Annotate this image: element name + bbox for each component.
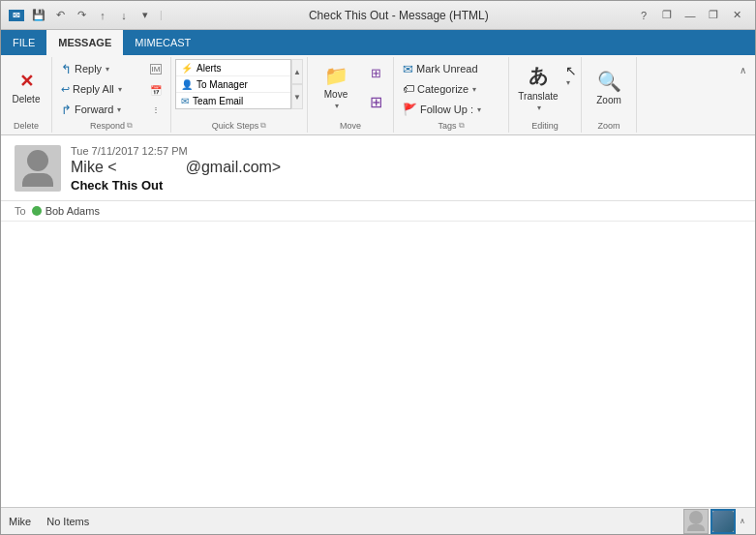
status-expand-icon[interactable]: ∧ [738, 517, 747, 525]
ribbon-tabs: FILE MESSAGE MIMECAST [1, 30, 755, 55]
quick-step-team[interactable]: ✉ Team Email [176, 93, 290, 109]
zoom-button[interactable]: 🔍 Zoom [586, 59, 632, 115]
im-icon: IM [150, 64, 163, 74]
email-body [1, 222, 755, 507]
quick-step-alerts[interactable]: ⚡ Alerts [176, 60, 290, 76]
follow-up-label: Follow Up : [420, 104, 473, 115]
tab-message[interactable]: MESSAGE [46, 30, 123, 55]
quick-steps-group-label: Quick Steps ⧉ [175, 121, 303, 131]
status-right: ∧ [683, 509, 747, 534]
delete-group-content: Delete [5, 59, 47, 119]
more-icon: ⋮ [152, 105, 160, 114]
quick-step-team-label: Team Email [193, 96, 243, 106]
reply-button[interactable]: Reply ▾ [56, 59, 143, 78]
translate-icon: あ [529, 63, 548, 89]
quick-step-manager[interactable]: 👤 To Manager [176, 76, 290, 93]
ribbon-group-respond: Reply ▾ Reply All ▾ Forward ▾ [52, 57, 171, 133]
email-subject: Check This Out [71, 178, 741, 193]
quick-steps-expand-icon[interactable]: ⧉ [260, 121, 266, 131]
tab-file[interactable]: FILE [1, 30, 46, 55]
avatar-head [27, 150, 48, 171]
reply-all-button[interactable]: Reply All ▾ [56, 79, 143, 99]
ribbon-group-move: 📁 Move ▾ ⊞ Move [308, 57, 394, 133]
maximize-button[interactable]: ❐ [703, 6, 724, 25]
respond-expand-icon[interactable]: ⧉ [127, 121, 133, 131]
tab-mimecast[interactable]: MIMECAST [123, 30, 202, 55]
status-sender-name: Mike [9, 516, 31, 527]
quick-steps-wrapper: ⚡ Alerts 👤 To Manager ✉ Team Email [175, 59, 303, 109]
quick-access-toolbar: 💾 ↶ ↷ ↑ ↓ ▾ | [30, 7, 165, 24]
move-side-buttons: ⊞ [362, 59, 389, 115]
folder-icon: 📁 [324, 64, 348, 87]
email-meta: Tue 7/11/2017 12:57 PM Mike < @gmail.com… [71, 145, 741, 193]
editing-group-label: Editing [513, 121, 577, 131]
qs-scroll-up[interactable]: ▲ [291, 59, 303, 84]
status-avatar-2[interactable] [711, 509, 736, 534]
follow-up-icon [403, 103, 417, 116]
follow-up-button[interactable]: Follow Up : ▾ [398, 100, 504, 119]
categorize-label: Categorize [417, 83, 469, 95]
move-group-content: 📁 Move ▾ ⊞ [312, 59, 389, 119]
respond-options-1[interactable]: IM [145, 59, 166, 78]
translate-dropdown-icon: ▾ [537, 104, 541, 112]
quick-steps-scroll: ▲ ▼ [291, 59, 303, 109]
undo-button[interactable]: ↶ [51, 7, 69, 24]
categorize-dropdown-icon: ▾ [472, 85, 476, 94]
respond-options-2[interactable]: 📅 [145, 80, 166, 100]
title-bar-left: ✉ 💾 ↶ ↷ ↑ ↓ ▾ | [9, 7, 165, 24]
restore-button[interactable]: ❐ [656, 6, 678, 25]
status-avatar-1[interactable] [683, 509, 709, 534]
apps-button-2[interactable]: ⊞ [362, 88, 389, 115]
apps-icon [371, 66, 381, 80]
down-button[interactable]: ↓ [115, 7, 133, 24]
mark-unread-label: Mark Unread [416, 63, 478, 74]
email-header: Tue 7/11/2017 12:57 PM Mike < @gmail.com… [1, 135, 755, 201]
status-bar: Mike No Items ∧ [1, 507, 755, 534]
delete-button[interactable]: Delete [5, 59, 47, 115]
from-separator: < [107, 159, 181, 175]
editing-group-content: あ Translate ▾ ↖ ▾ [513, 59, 577, 119]
quick-steps-list: ⚡ Alerts 👤 To Manager ✉ Team Email [175, 59, 291, 109]
mark-unread-button[interactable]: Mark Unread [398, 59, 504, 78]
save-button[interactable]: 💾 [30, 7, 47, 24]
mark-unread-icon [403, 62, 413, 76]
zoom-group-label: Zoom [586, 121, 632, 131]
qs-scroll-down[interactable]: ▼ [291, 84, 303, 109]
help-button[interactable]: ? [633, 6, 654, 25]
forward-button[interactable]: Forward ▾ [56, 100, 143, 119]
reply-dropdown-icon: ▾ [106, 65, 109, 74]
outlook-icon: ✉ [9, 10, 24, 21]
translate-button[interactable]: あ Translate ▾ [513, 59, 563, 115]
quick-step-manager-label: To Manager [197, 79, 248, 90]
quick-step-alerts-label: Alerts [197, 63, 222, 74]
up-button[interactable]: ↑ [94, 7, 111, 24]
move-button[interactable]: 📁 Move ▾ [312, 59, 360, 115]
delete-group-label: Delete [5, 121, 47, 131]
forward-label: Forward [75, 104, 113, 115]
email-from: Mike < @gmail.com> [71, 159, 741, 176]
status-avatar-body-1 [687, 524, 705, 531]
status-avatar-head-1 [689, 511, 703, 524]
ribbon: Delete Delete Reply ▾ Reply All [1, 55, 755, 135]
redo-button[interactable]: ↷ [73, 7, 90, 24]
email-to-bar: To Bob Adams [1, 201, 755, 222]
ribbon-group-editing: あ Translate ▾ ↖ ▾ Editing [509, 57, 582, 133]
tags-expand-icon[interactable]: ⧉ [459, 121, 465, 131]
move-label: Move [324, 89, 348, 100]
reply-all-dropdown-icon: ▾ [118, 85, 122, 94]
status-items-label: No Items [46, 516, 89, 527]
ribbon-collapse-button[interactable]: ∧ [732, 59, 753, 80]
respond-more[interactable]: ⋮ [145, 102, 166, 117]
categorize-button[interactable]: Categorize ▾ [398, 79, 504, 99]
customize-button[interactable]: ▾ [136, 7, 154, 24]
move-group-label: Move [312, 121, 389, 131]
apps-icon-2: ⊞ [370, 93, 382, 111]
close-button[interactable]: ✕ [726, 6, 747, 25]
team-icon: ✉ [181, 96, 189, 106]
reply-all-icon [61, 83, 70, 96]
tags-group-label: Tags ⧉ [398, 121, 504, 131]
apps-button[interactable] [362, 59, 389, 86]
title-bar: ✉ 💾 ↶ ↷ ↑ ↓ ▾ | Check This Out - Message… [1, 1, 755, 30]
ribbon-collapse-area: ∧ [730, 57, 755, 133]
minimize-button[interactable]: — [680, 6, 701, 25]
